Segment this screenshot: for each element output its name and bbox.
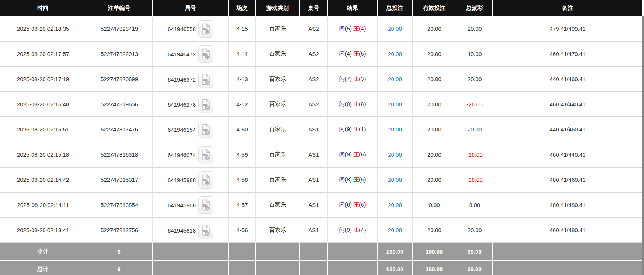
video-file-icon (201, 174, 210, 186)
total-row: 总计 9 180.00 160.00 39.00 (0, 261, 642, 275)
player-label: 闲 (339, 101, 345, 107)
subtotal-empty-cell (328, 243, 378, 261)
round-id: 641946472 (168, 51, 196, 57)
payout-cell: 20.00 (456, 67, 493, 92)
table-no-cell: AS2 (300, 92, 328, 117)
total-empty-cell (256, 261, 300, 275)
total-bet-link[interactable]: 20.00 (388, 126, 402, 133)
bet-id-cell: 522747816318 (86, 142, 153, 168)
round-cell: 641946372 (153, 67, 229, 92)
video-replay-button[interactable] (198, 45, 213, 63)
video-replay-button[interactable] (198, 222, 213, 239)
vertical-scrollbar[interactable] (642, 16, 644, 275)
valid-bet-cell: 20.00 (413, 92, 456, 117)
total-empty-cell (229, 261, 256, 275)
total-bet-link[interactable]: 20.00 (388, 26, 402, 32)
round-cell: 641945818 (153, 218, 229, 243)
result-cell: 闲(5) 庄(4) (328, 17, 378, 42)
player-label: 闲 (339, 151, 345, 157)
valid-bet-cell: 20.00 (413, 142, 456, 168)
result-cell: 闲(8) 庄(5) (328, 168, 378, 193)
col-header-remark: 备注 (493, 0, 642, 17)
bet-id-cell: 522747822013 (86, 42, 153, 67)
total-bet-link[interactable]: 20.00 (388, 101, 402, 107)
round-id: 641946154 (168, 126, 196, 133)
subtotal-total-bet: 180.00 (378, 243, 413, 261)
total-bet-link[interactable]: 20.00 (388, 227, 402, 233)
total-empty-cell (300, 261, 328, 275)
table-no-cell: AS2 (300, 42, 328, 67)
round-cell: 641945988 (153, 168, 229, 193)
player-label: 闲 (339, 201, 345, 208)
col-header-round-id: 局号 (153, 0, 229, 17)
video-replay-button[interactable] (198, 71, 213, 88)
subtotal-row: 小计 9 180.00 160.00 39.00 (0, 243, 642, 261)
session-cell: 4-56 (229, 218, 256, 243)
total-empty-cell (328, 261, 378, 275)
payout-cell: -20.00 (456, 142, 493, 168)
game-type-cell: 百家乐 (256, 67, 300, 92)
bet-id-cell: 522747820699 (86, 67, 153, 92)
result-cell: 闲(7) 庄(3) (328, 67, 378, 92)
video-replay-button[interactable] (198, 171, 213, 189)
round-cell: 641946154 (153, 117, 229, 142)
session-cell: 4-59 (229, 142, 256, 168)
total-bet-link[interactable]: 20.00 (388, 51, 402, 57)
game-type-cell: 百家乐 (256, 218, 300, 243)
session-cell: 4-60 (229, 117, 256, 142)
result-cell: 闲(9) 庄(1) (328, 117, 378, 142)
video-replay-button[interactable] (198, 20, 213, 38)
remark-cell: 460.41/479.41 (493, 42, 642, 67)
round-id: 641945818 (168, 227, 196, 233)
total-label: 总计 (0, 261, 86, 275)
game-type-cell: 百家乐 (256, 117, 300, 142)
total-empty-cell (153, 261, 229, 275)
total-bet-cell: 20.00 (378, 218, 413, 243)
col-header-result: 结果 (328, 0, 378, 17)
bet-id-cell: 522747817476 (86, 117, 153, 142)
col-header-session: 场次 (229, 0, 256, 17)
valid-bet-cell: 20.00 (413, 17, 456, 42)
payout-cell: 0.00 (456, 193, 493, 218)
banker-label: 庄 (353, 76, 359, 82)
bet-id-cell: 522747813854 (86, 193, 153, 218)
table-row: 2025-08-20 02:17:57522747822013641946472… (0, 42, 642, 67)
video-replay-button[interactable] (198, 96, 213, 113)
total-bet-link[interactable]: 20.00 (388, 151, 402, 158)
total-bet-link[interactable]: 20.00 (388, 202, 402, 208)
game-type-cell: 百家乐 (256, 92, 300, 117)
remark-cell: 460.41/480.41 (493, 218, 642, 243)
video-replay-button[interactable] (198, 146, 213, 163)
remark-cell: 460.41/440.41 (493, 142, 642, 168)
round-cell: 641946472 (153, 42, 229, 67)
table-no-cell: AS1 (300, 117, 328, 142)
result-cell: 闲(0) 庄(8) (328, 92, 378, 117)
bet-id-cell: 522747819656 (86, 92, 153, 117)
subtotal-empty-cell (256, 243, 300, 261)
col-header-payout: 总派彩 (456, 0, 493, 17)
total-bet-cell: 20.00 (378, 117, 413, 142)
session-cell: 4-57 (229, 193, 256, 218)
payout-cell: 20.00 (456, 17, 493, 42)
banker-label: 庄 (353, 101, 359, 107)
subtotal-payout: 39.00 (456, 243, 493, 261)
total-bet-link[interactable]: 20.00 (388, 76, 402, 82)
subtotal-valid-bet: 160.00 (413, 243, 456, 261)
video-replay-button[interactable] (198, 196, 213, 214)
video-file-icon (201, 74, 210, 85)
video-replay-button[interactable] (198, 121, 213, 138)
time-cell: 2025-08-20 02:15:51 (0, 117, 86, 142)
subtotal-empty-cell (153, 243, 229, 261)
total-bet-cell: 20.00 (378, 17, 413, 42)
subtotal-empty-cell (493, 243, 642, 261)
total-bet-link[interactable]: 20.00 (388, 177, 402, 183)
time-cell: 2025-08-20 02:18:35 (0, 17, 86, 42)
round-cell: 641946558 (153, 17, 229, 42)
banker-label: 庄 (353, 25, 359, 32)
col-header-bet-id: 注单编号 (86, 0, 153, 17)
session-cell: 4-14 (229, 42, 256, 67)
game-type-cell: 百家乐 (256, 42, 300, 67)
valid-bet-cell: 0.00 (413, 193, 456, 218)
table-row: 2025-08-20 02:15:51522747817476641946154… (0, 117, 642, 142)
round-id: 641946372 (168, 76, 196, 82)
